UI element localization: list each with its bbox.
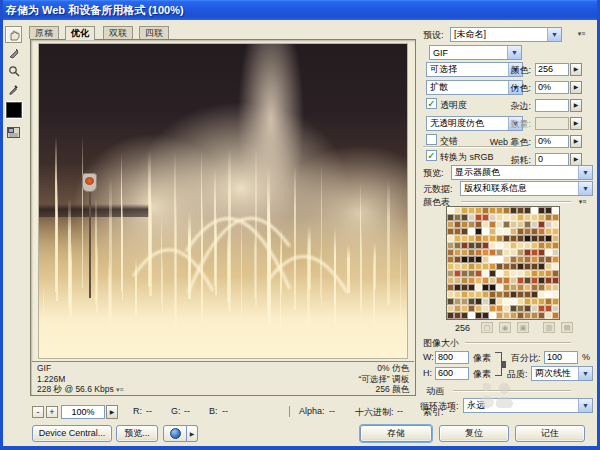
color-swatch[interactable] bbox=[524, 256, 531, 263]
color-swatch[interactable] bbox=[545, 249, 552, 256]
color-swatch[interactable] bbox=[482, 221, 489, 228]
zoom-menu-arrow[interactable]: ▶ bbox=[106, 405, 118, 419]
color-swatch[interactable] bbox=[496, 207, 503, 214]
color-swatch[interactable] bbox=[461, 312, 468, 319]
chevron-down-icon[interactable]: ▼ bbox=[578, 367, 592, 380]
color-swatch[interactable] bbox=[475, 291, 482, 298]
color-swatch[interactable] bbox=[531, 235, 538, 242]
color-swatch[interactable] bbox=[538, 221, 545, 228]
color-swatch[interactable] bbox=[524, 263, 531, 270]
color-swatch[interactable] bbox=[517, 312, 524, 319]
color-swatch[interactable] bbox=[489, 284, 496, 291]
width-field[interactable]: 800 bbox=[435, 351, 469, 364]
color-swatch[interactable] bbox=[538, 228, 545, 235]
color-swatch[interactable] bbox=[461, 277, 468, 284]
color-swatch[interactable] bbox=[538, 312, 545, 319]
format-dropdown[interactable]: GIF ▼ bbox=[429, 45, 522, 60]
color-swatch[interactable] bbox=[545, 284, 552, 291]
chevron-down-icon[interactable]: ▼ bbox=[578, 399, 592, 412]
color-swatch[interactable] bbox=[531, 291, 538, 298]
add-color-icon[interactable]: ▣ bbox=[517, 322, 529, 333]
color-swatch[interactable] bbox=[503, 256, 510, 263]
color-swatch[interactable] bbox=[531, 284, 538, 291]
color-swatch[interactable] bbox=[524, 207, 531, 214]
color-swatch[interactable] bbox=[510, 214, 517, 221]
color-swatch[interactable] bbox=[517, 284, 524, 291]
color-swatch[interactable] bbox=[552, 305, 559, 312]
reset-button[interactable]: 复位 bbox=[439, 425, 509, 442]
color-swatch[interactable] bbox=[545, 256, 552, 263]
dither-spinner[interactable]: ▶ bbox=[570, 81, 582, 94]
color-swatch[interactable] bbox=[447, 235, 454, 242]
color-swatch[interactable] bbox=[552, 214, 559, 221]
tab-2up[interactable]: 双联 bbox=[103, 26, 133, 39]
color-swatch[interactable] bbox=[461, 249, 468, 256]
color-swatch[interactable] bbox=[454, 305, 461, 312]
color-swatch[interactable] bbox=[531, 270, 538, 277]
color-swatch[interactable] bbox=[468, 256, 475, 263]
color-swatch[interactable] bbox=[531, 228, 538, 235]
color-swatch[interactable] bbox=[468, 305, 475, 312]
color-swatch[interactable] bbox=[475, 207, 482, 214]
color-swatch[interactable] bbox=[510, 249, 517, 256]
transparency-dither-dropdown[interactable]: 无透明度仿色 ▼ bbox=[426, 116, 523, 131]
dither-method-dropdown[interactable]: 扩散 ▼ bbox=[426, 80, 523, 95]
color-swatch[interactable] bbox=[482, 242, 489, 249]
color-swatch[interactable] bbox=[489, 291, 496, 298]
color-swatch[interactable] bbox=[531, 263, 538, 270]
color-swatch[interactable] bbox=[482, 256, 489, 263]
color-swatch[interactable] bbox=[538, 298, 545, 305]
color-swatch[interactable] bbox=[524, 312, 531, 319]
color-swatch[interactable] bbox=[489, 270, 496, 277]
color-swatch[interactable] bbox=[475, 312, 482, 319]
color-swatch[interactable] bbox=[461, 298, 468, 305]
color-swatch[interactable] bbox=[510, 242, 517, 249]
zoom-level-field[interactable]: 100% bbox=[61, 405, 105, 419]
color-swatch[interactable] bbox=[545, 270, 552, 277]
color-swatch[interactable] bbox=[517, 298, 524, 305]
color-swatch[interactable] bbox=[510, 298, 517, 305]
color-table-menu-icon[interactable]: ▾≡ bbox=[575, 196, 590, 207]
color-swatch[interactable] bbox=[503, 207, 510, 214]
tab-4up[interactable]: 四联 bbox=[139, 26, 169, 39]
color-swatch[interactable] bbox=[454, 242, 461, 249]
color-swatch[interactable] bbox=[552, 221, 559, 228]
color-swatch[interactable] bbox=[461, 284, 468, 291]
color-swatch[interactable] bbox=[447, 228, 454, 235]
color-swatch[interactable] bbox=[489, 277, 496, 284]
color-swatch[interactable] bbox=[538, 270, 545, 277]
preview-dropdown[interactable]: 显示器颜色 ▼ bbox=[451, 165, 593, 180]
color-swatch[interactable] bbox=[545, 221, 552, 228]
color-swatch[interactable] bbox=[468, 249, 475, 256]
color-swatch[interactable] bbox=[489, 235, 496, 242]
color-swatch[interactable] bbox=[503, 242, 510, 249]
color-swatch[interactable] bbox=[496, 305, 503, 312]
color-swatch[interactable] bbox=[482, 298, 489, 305]
color-swatch[interactable] bbox=[524, 235, 531, 242]
color-swatch[interactable] bbox=[482, 284, 489, 291]
color-swatch[interactable] bbox=[496, 249, 503, 256]
color-swatch[interactable] bbox=[503, 284, 510, 291]
color-swatch[interactable] bbox=[482, 277, 489, 284]
color-swatch[interactable] bbox=[552, 263, 559, 270]
color-swatch[interactable] bbox=[517, 221, 524, 228]
color-swatch[interactable] bbox=[517, 305, 524, 312]
color-table-grid[interactable] bbox=[446, 206, 560, 320]
color-swatch[interactable] bbox=[545, 228, 552, 235]
color-swatch[interactable] bbox=[489, 242, 496, 249]
color-swatch[interactable] bbox=[482, 305, 489, 312]
color-swatch[interactable] bbox=[475, 214, 482, 221]
chevron-down-icon[interactable]: ▼ bbox=[578, 166, 592, 179]
convert-srgb-checkbox[interactable] bbox=[426, 150, 437, 161]
color-swatch[interactable] bbox=[468, 270, 475, 277]
color-swatch[interactable] bbox=[531, 214, 538, 221]
percent-field[interactable]: 100 bbox=[544, 351, 578, 364]
color-swatch[interactable] bbox=[503, 263, 510, 270]
color-swatch[interactable] bbox=[475, 298, 482, 305]
color-swatch[interactable] bbox=[489, 249, 496, 256]
color-swatch[interactable] bbox=[489, 305, 496, 312]
color-swatch[interactable] bbox=[482, 235, 489, 242]
color-swatch[interactable] bbox=[461, 214, 468, 221]
color-swatch[interactable] bbox=[503, 235, 510, 242]
color-swatch[interactable] bbox=[454, 256, 461, 263]
